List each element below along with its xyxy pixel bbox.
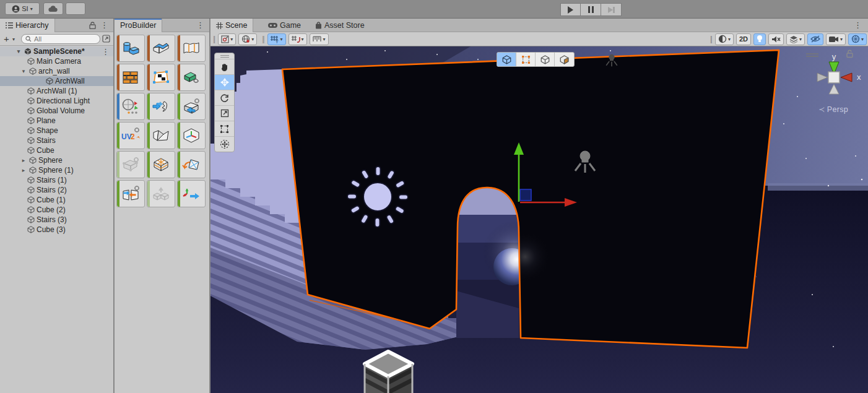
hierarchy-item[interactable]: Stairs (2) (0, 185, 113, 195)
scene-menu-icon[interactable]: ⋮ (102, 48, 110, 56)
uv-editor-tool[interactable] (147, 64, 175, 91)
hierarchy-item[interactable]: Plane (0, 116, 113, 126)
hierarchy-item[interactable]: Stairs (0, 136, 113, 145)
account-button[interactable]: SI ▾ (5, 2, 40, 15)
shading-mode-button[interactable]: ▾ (715, 33, 734, 45)
cloud-button[interactable] (43, 2, 63, 15)
camera-settings-button[interactable]: ▾ (826, 33, 846, 45)
material-editor-tool[interactable] (116, 64, 145, 91)
gizmos-button[interactable]: ▾ (848, 33, 867, 45)
hierarchy-item[interactable]: Cube (3) (0, 225, 113, 235)
object-mode-button[interactable] (497, 53, 516, 66)
subdivide-object-tool[interactable] (147, 151, 175, 178)
hierarchy-item[interactable]: Shape (0, 126, 113, 136)
drag-handle[interactable]: || (262, 35, 263, 43)
hierarchy-item-selected[interactable]: ArchWall (0, 76, 113, 86)
merge-objects-tool[interactable] (147, 180, 175, 207)
gameobject-icon (29, 166, 37, 174)
new-bezier-shape-tool[interactable] (177, 35, 206, 62)
tab-hierarchy[interactable]: Hierarchy (0, 19, 55, 32)
new-poly-shape-tool[interactable] (147, 35, 175, 62)
lightmap-uvs-tool[interactable]: UV2 (116, 122, 145, 149)
effects-button[interactable]: ▾ (786, 33, 805, 45)
overlay-drag-handle[interactable] (215, 53, 234, 59)
tab-label: Game (280, 21, 301, 30)
tab-asset-store[interactable]: Asset Store (310, 19, 370, 32)
tool-settings-button[interactable]: ▾ (218, 33, 236, 45)
snap-increment-button[interactable]: ▾ (310, 33, 329, 45)
vertex-mode-button[interactable] (516, 53, 536, 66)
scale-tool[interactable] (215, 105, 234, 121)
grid-visibility-button[interactable]: Y ▾ (267, 33, 286, 45)
audio-mute-button[interactable] (768, 33, 784, 45)
hierarchy-tree: ▾ SampleScene* ⋮ Main Camera ▾arch_wall … (0, 46, 113, 393)
probuilderize-tool[interactable] (147, 93, 175, 120)
handle-orientation-button[interactable]: ▾ (238, 33, 257, 45)
hierarchy-item[interactable]: ▸Sphere (1) (0, 165, 113, 175)
scene-lighting-button[interactable] (753, 33, 766, 45)
search-input[interactable]: All (21, 34, 100, 44)
drag-handle[interactable]: || (710, 35, 711, 43)
edge-mode-button[interactable] (536, 53, 555, 66)
center-pivot-tool[interactable] (177, 122, 206, 149)
overlay-drag-handle (806, 54, 818, 56)
smoothing-groups-tool[interactable] (116, 93, 145, 120)
popout-icon[interactable] (102, 35, 110, 43)
rotate-tool[interactable] (215, 90, 234, 105)
expand-arrow-icon[interactable]: ▾ (20, 68, 27, 74)
probuilder-menu-icon[interactable]: ⋮ (196, 21, 204, 29)
scene-visibility-button[interactable] (807, 33, 823, 45)
scene-menu-icon[interactable]: ⋮ (854, 21, 862, 29)
hierarchy-item[interactable]: ▾arch_wall (0, 66, 113, 76)
hierarchy-item[interactable]: ▸Sphere (0, 155, 113, 165)
add-object-button[interactable]: + (4, 33, 9, 44)
hierarchy-item[interactable]: ArchWall (1) (0, 86, 113, 96)
grid-snapping-button[interactable]: ▾ (289, 33, 307, 45)
tab-probuilder[interactable]: ProBuilder (115, 19, 162, 32)
tab-game[interactable]: Game (263, 19, 306, 32)
view-tool[interactable] (215, 59, 234, 74)
tab-scene[interactable]: Scene (210, 19, 253, 32)
material-editor-icon (122, 70, 139, 85)
hierarchy-item[interactable]: Cube (1) (0, 195, 113, 205)
drag-handle[interactable]: || (213, 35, 214, 43)
collapse-arrow-icon[interactable]: ▸ (20, 157, 27, 163)
mirror-objects-tool[interactable] (116, 180, 145, 207)
play-icon (568, 6, 573, 14)
lock-icon[interactable] (89, 22, 96, 29)
rect-tool[interactable] (215, 121, 234, 136)
hierarchy-item[interactable]: Main Camera (0, 56, 113, 66)
conform-normals-tool[interactable] (116, 151, 145, 178)
move-tool[interactable] (215, 74, 234, 90)
hierarchy-item[interactable]: Cube (2) (0, 205, 113, 215)
gameobject-icon (27, 137, 35, 144)
hierarchy-item[interactable]: Stairs (1) (0, 175, 113, 185)
projection-label[interactable]: ≺Persp (818, 105, 848, 114)
play-button[interactable] (560, 3, 581, 16)
chevron-down-icon: ▾ (30, 6, 33, 12)
freeze-transform-tool[interactable] (177, 180, 206, 207)
blank-button[interactable] (66, 2, 85, 15)
face-mode-button[interactable] (555, 53, 574, 66)
new-shape-tool[interactable] (116, 35, 145, 62)
hierarchy-menu-icon[interactable]: ⋮ (100, 21, 108, 29)
hierarchy-panel: Hierarchy ⋮ + ▾ All ▾ SampleScene* ⋮ Mai… (0, 19, 114, 393)
scene-label: SampleScene* (33, 47, 85, 56)
pause-button[interactable] (581, 3, 601, 16)
triangulate-tool[interactable] (177, 151, 206, 178)
hierarchy-item[interactable]: Stairs (3) (0, 215, 113, 225)
collapse-arrow-icon[interactable]: ▸ (20, 167, 27, 173)
expand-arrow-icon[interactable]: ▾ (15, 48, 22, 54)
step-button[interactable] (601, 3, 622, 16)
export-tool[interactable] (177, 93, 206, 120)
2d-mode-button[interactable]: 2D (736, 33, 751, 45)
vertex-colors-tool[interactable] (177, 64, 206, 91)
flip-normals-tool[interactable] (147, 122, 175, 149)
hierarchy-item[interactable]: Directional Light (0, 96, 113, 106)
scene-row[interactable]: ▾ SampleScene* ⋮ (0, 46, 113, 56)
hierarchy-item[interactable]: Cube (0, 145, 113, 155)
scene-viewport[interactable]: y x ≺Persp (210, 46, 868, 393)
hierarchy-item[interactable]: Global Volume (0, 106, 113, 116)
transform-tool[interactable] (215, 136, 234, 152)
add-object-caret-icon[interactable]: ▾ (12, 37, 15, 42)
